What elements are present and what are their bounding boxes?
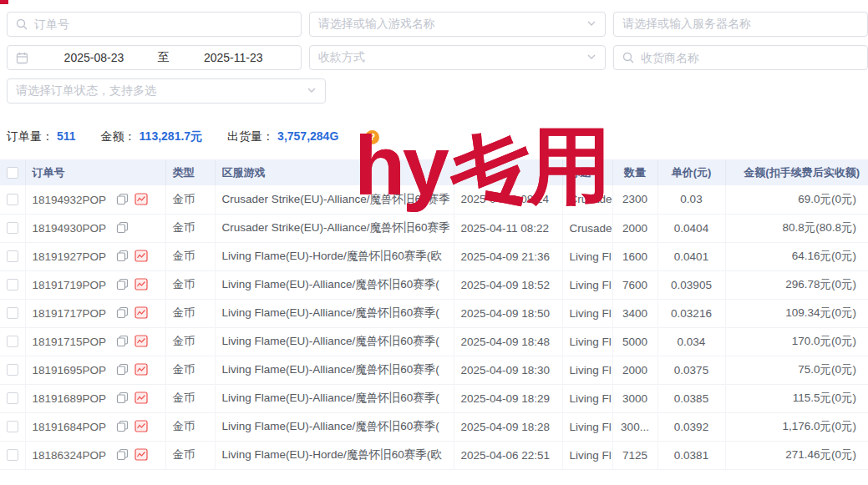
copy-icon[interactable] <box>116 392 129 404</box>
payment-method-placeholder: 收款方式 <box>318 50 586 65</box>
row-checkbox[interactable] <box>7 250 18 262</box>
title-cell: Living Fl <box>562 412 612 441</box>
amount-cell: 69.0元(0元) <box>725 185 868 214</box>
payment-method-select[interactable]: 收款方式 <box>309 45 606 70</box>
row-checkbox[interactable] <box>7 421 18 432</box>
order-no-value: 18186324POP <box>33 449 107 462</box>
order-no-cell: 18191717POP <box>25 299 165 327</box>
type-cell: 金币 <box>165 384 215 412</box>
table-row: 18191689POP金币Living Flame(EU)-Alliance/魔… <box>0 384 868 412</box>
price-chart-icon[interactable] <box>135 420 148 432</box>
price-chart-icon[interactable] <box>135 306 148 319</box>
order-count-value: 511 <box>57 129 76 143</box>
order-table-body: 18194932POP金币Crusader Strike(EU)-Allianc… <box>0 185 868 469</box>
price-chart-icon[interactable] <box>135 193 148 205</box>
game-server-cell: Living Flame(EU)-Horde/魔兽怀旧60赛季(欧 <box>215 242 454 270</box>
copy-icon[interactable] <box>116 306 129 319</box>
quantity-cell: 5000 <box>612 327 657 356</box>
order-time-cell: 2025-04-11 08:24 <box>454 185 562 214</box>
row-checkbox[interactable] <box>7 449 18 461</box>
price-chart-icon[interactable] <box>135 278 148 290</box>
title-cell: Living Fl <box>562 242 612 270</box>
quantity-cell: 1600 <box>612 242 657 270</box>
title-cell: Living Fl <box>562 327 612 356</box>
help-icon[interactable]: ? <box>365 130 379 144</box>
copy-icon[interactable] <box>116 221 129 234</box>
orders-table: 订单号 类型 区服游戏 标题 数量 单价(元) 金额(扣手续费后实收额) 181… <box>0 159 868 470</box>
price-chart-icon[interactable] <box>135 392 148 404</box>
row-checkbox[interactable] <box>7 364 18 376</box>
row-checkbox[interactable] <box>7 222 18 234</box>
search-icon <box>622 52 634 63</box>
summary-bar: 订单量：511 金额：113,281.7元 出货量：3,757,284G ? <box>7 129 868 145</box>
row-checkbox[interactable] <box>7 392 18 404</box>
row-checkbox[interactable] <box>7 336 18 347</box>
unit-price-cell: 0.0375 <box>657 356 725 384</box>
order-number-input[interactable] <box>34 18 292 31</box>
select-all-checkbox[interactable] <box>7 167 18 179</box>
amount-cell: 64.16元(0元) <box>725 242 868 270</box>
price-chart-icon[interactable] <box>135 335 148 347</box>
quantity-cell: 7125 <box>612 441 657 469</box>
game-server-cell: Crusader Strike(EU)-Alliance/魔兽怀旧60赛季 <box>215 185 454 214</box>
order-count-stat: 订单量：511 <box>7 129 76 144</box>
price-chart-icon[interactable] <box>135 363 148 376</box>
date-start-value[interactable]: 2025-08-23 <box>35 51 153 64</box>
order-time-cell: 2025-04-09 18:48 <box>454 327 562 356</box>
order-count-label: 订单量： <box>7 129 53 143</box>
game-server-cell: Living Flame(EU)-Alliance/魔兽怀旧60赛季( <box>215 356 454 384</box>
order-no-cell: 18191927POP <box>25 242 165 270</box>
date-range-picker[interactable]: 2025-08-23 至 2025-11-23 <box>7 45 302 70</box>
col-header-type: 类型 <box>165 159 215 185</box>
copy-icon[interactable] <box>116 420 129 432</box>
row-checkbox[interactable] <box>7 307 18 319</box>
unit-price-cell: 0.0381 <box>657 441 725 469</box>
game-server-cell: Living Flame(EU)-Horde/魔兽怀旧60赛季(欧 <box>215 441 454 469</box>
price-chart-icon[interactable] <box>135 448 148 461</box>
game-server-cell: Living Flame(EU)-Alliance/魔兽怀旧60赛季( <box>215 270 454 299</box>
order-time-cell: 2025-04-06 22:51 <box>454 441 562 469</box>
price-chart-icon[interactable] <box>135 250 148 262</box>
copy-icon[interactable] <box>116 363 129 376</box>
amount-cell: 75.0元(0元) <box>725 356 868 384</box>
merchant-name-field[interactable] <box>613 45 868 70</box>
copy-icon[interactable] <box>116 278 129 290</box>
order-time-cell: 2025-04-11 08:22 <box>454 214 562 242</box>
quantity-cell: 2000 <box>612 356 657 384</box>
order-number-field[interactable] <box>7 12 302 37</box>
type-cell: 金币 <box>165 270 215 299</box>
row-checkbox-cell <box>0 441 25 469</box>
unit-price-cell: 0.034 <box>657 327 725 356</box>
merchant-name-input[interactable] <box>641 51 859 64</box>
table-row: 18191684POP金币Living Flame(EU)-Alliance/魔… <box>0 412 868 441</box>
row-checkbox[interactable] <box>7 279 18 290</box>
order-status-select[interactable]: 请选择订单状态，支持多选 <box>7 78 326 104</box>
table-row: 18191695POP金币Living Flame(EU)-Alliance/魔… <box>0 356 868 384</box>
copy-icon[interactable] <box>116 448 129 461</box>
copy-icon[interactable] <box>116 335 129 347</box>
server-name-select[interactable]: 请选择或输入服务器名称 <box>613 12 868 37</box>
col-header-time <box>454 159 562 185</box>
row-checkbox-cell <box>0 327 25 356</box>
shipment-label: 出货量： <box>227 129 274 143</box>
shipment-stat: 出货量：3,757,284G <box>227 129 338 144</box>
row-checkbox[interactable] <box>7 194 18 205</box>
unit-price-cell: 0.0385 <box>657 384 725 412</box>
title-cell: Living Fl <box>562 356 612 384</box>
date-end-value[interactable]: 2025-11-23 <box>175 51 292 64</box>
type-cell: 金币 <box>165 185 215 214</box>
filter-bar: 请选择或输入游戏名称 请选择或输入服务器名称 2025-08-23 至 2025… <box>0 0 868 104</box>
game-name-select[interactable]: 请选择或输入游戏名称 <box>309 12 606 37</box>
order-time-cell: 2025-04-09 18:29 <box>454 384 562 412</box>
order-no-cell: 18191695POP <box>25 356 165 384</box>
copy-icon[interactable] <box>116 193 129 205</box>
amount-stat: 金额：113,281.7元 <box>101 129 203 144</box>
col-header-order-no: 订单号 <box>25 159 165 185</box>
quantity-cell: 3400 <box>612 299 657 327</box>
type-cell: 金币 <box>165 441 215 469</box>
unit-price-cell: 0.03905 <box>657 270 725 299</box>
title-cell: Living Fl <box>562 384 612 412</box>
title-cell: Crusade <box>562 185 612 214</box>
copy-icon[interactable] <box>116 250 129 262</box>
order-management-page: 请选择或输入游戏名称 请选择或输入服务器名称 2025-08-23 至 2025… <box>0 0 868 485</box>
